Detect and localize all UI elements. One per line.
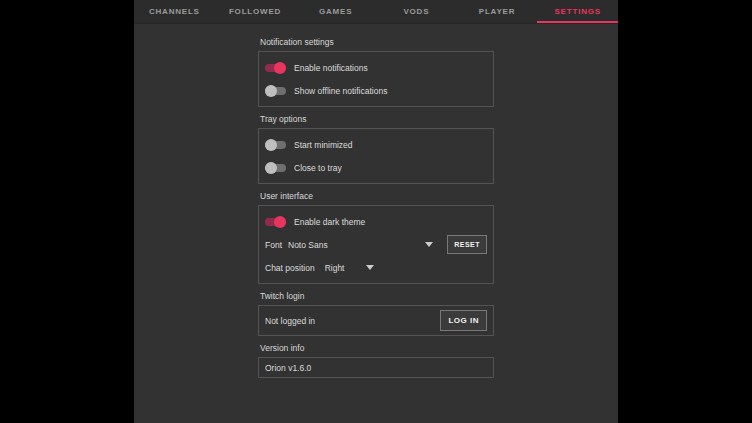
enable-notifications-toggle[interactable] [265, 62, 286, 74]
chat-position-select[interactable]: Right [325, 263, 345, 273]
setting-label: Enable notifications [294, 63, 368, 73]
notifications-box: Enable notifications Show offline notifi… [258, 51, 494, 107]
setting-label: Start minimized [294, 140, 353, 150]
section-title-user-interface: User interface [260, 191, 494, 201]
tab-vods[interactable]: VODS [376, 0, 457, 23]
setting-row: Show offline notifications [265, 79, 487, 102]
chevron-down-icon[interactable] [425, 242, 433, 247]
toggle-knob [274, 216, 286, 228]
chat-position-label: Chat position [265, 263, 315, 273]
tray-box: Start minimized Close to tray [258, 128, 494, 184]
app-window: CHANNELS FOLLOWED GAMES VODS PLAYER SETT… [134, 0, 618, 423]
section-title-tray: Tray options [260, 114, 494, 124]
tab-followed[interactable]: FOLLOWED [215, 0, 296, 23]
twitch-login-box: Not logged in LOG IN [258, 305, 494, 336]
setting-row: Start minimized [265, 133, 487, 156]
chat-position-row: Chat position Right [265, 256, 487, 279]
font-select[interactable]: Noto Sans [288, 240, 425, 250]
toggle-knob [265, 139, 277, 151]
version-row: Orion v1.6.0 [265, 362, 487, 373]
section-title-version-info: Version info [260, 343, 494, 353]
desktop-background: CHANNELS FOLLOWED GAMES VODS PLAYER SETT… [0, 0, 752, 423]
log-in-button[interactable]: LOG IN [440, 310, 487, 331]
settings-page: Notification settings Enable notificatio… [134, 24, 618, 378]
setting-row: Enable dark theme [265, 210, 487, 233]
enable-dark-theme-toggle[interactable] [265, 216, 286, 228]
show-offline-notifications-toggle[interactable] [265, 85, 286, 97]
tab-settings[interactable]: SETTINGS [537, 0, 618, 23]
font-setting-row: Font Noto Sans RESET [265, 233, 487, 256]
setting-row: Close to tray [265, 156, 487, 179]
font-reset-button[interactable]: RESET [447, 235, 487, 254]
chevron-down-icon[interactable] [366, 265, 374, 270]
tab-player[interactable]: PLAYER [457, 0, 538, 23]
top-nav: CHANNELS FOLLOWED GAMES VODS PLAYER SETT… [134, 0, 618, 24]
toggle-knob [265, 162, 277, 174]
login-status-text: Not logged in [265, 316, 440, 326]
login-row: Not logged in LOG IN [265, 310, 487, 331]
close-to-tray-toggle[interactable] [265, 162, 286, 174]
setting-label: Close to tray [294, 163, 342, 173]
user-interface-box: Enable dark theme Font Noto Sans RESET C… [258, 205, 494, 284]
setting-label: Enable dark theme [294, 217, 365, 227]
tab-games[interactable]: GAMES [295, 0, 376, 23]
toggle-knob [274, 62, 286, 74]
version-text: Orion v1.6.0 [265, 363, 311, 373]
setting-row: Enable notifications [265, 56, 487, 79]
version-info-box: Orion v1.6.0 [258, 357, 494, 378]
section-title-notifications: Notification settings [260, 37, 494, 47]
tab-channels[interactable]: CHANNELS [134, 0, 215, 23]
section-title-twitch-login: Twitch login [260, 291, 494, 301]
font-label: Font [265, 240, 288, 250]
start-minimized-toggle[interactable] [265, 139, 286, 151]
toggle-knob [265, 85, 277, 97]
setting-label: Show offline notifications [294, 86, 387, 96]
